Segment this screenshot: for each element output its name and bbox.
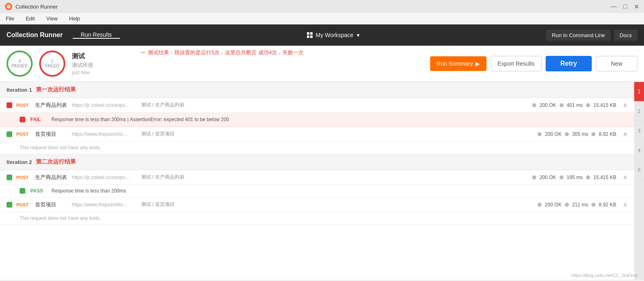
response-time: 305 ms	[572, 131, 588, 137]
method-badge: POST	[16, 132, 31, 137]
sidebar-num-4[interactable]: 4	[634, 141, 644, 160]
watermark: https://blog.csdn.net/CC_GoFinal	[571, 273, 637, 278]
status-dot	[7, 131, 12, 137]
response-size: 8.92 KB	[599, 202, 616, 208]
app-icon	[5, 3, 12, 10]
header-actions: Run In Command Line Docs	[546, 30, 637, 41]
request-meta: 200 OK 211 ms 8.92 KB ∧	[537, 201, 628, 208]
annotation-text: → 测试结果：我设置的是运行5次，这里总共断言 成功4次，失败一次	[139, 48, 304, 57]
failed-count: 1	[51, 59, 53, 64]
test-name: 测试	[72, 52, 93, 61]
test-env: 测试环境	[72, 62, 93, 69]
pass-label: PASS	[30, 188, 47, 194]
iteration-header-2: Iteration 2 第二次运行结果	[0, 154, 634, 170]
fail-text: Response time is less than 200ms | Asser…	[51, 117, 229, 122]
content-area: Iteration 1 第一次运行结果 POST 生产商品列表 https://…	[0, 82, 644, 280]
run-summary-label: Run Summary	[437, 60, 473, 67]
menu-help[interactable]: Help	[67, 15, 82, 22]
status-code-dot	[532, 103, 536, 107]
request-name: 首页项目	[35, 201, 68, 208]
status-code-dot	[537, 203, 542, 207]
maximize-button[interactable]: □	[623, 3, 627, 11]
status-code: 200 OK	[540, 102, 556, 108]
fail-detail-row: FAIL Response time is less than 200ms | …	[0, 113, 634, 127]
no-test-row: This request does not have any tests.	[0, 212, 634, 225]
sidebar-num-5[interactable]: 5	[634, 160, 644, 180]
sidebar-num-3[interactable]: 3	[634, 121, 644, 141]
request-row[interactable]: POST 生产商品列表 https://jc.zsteel.cc/cenpu..…	[0, 98, 634, 113]
iteration-label: Iteration 2	[7, 159, 32, 165]
size-dot	[586, 103, 590, 107]
results-list: Iteration 1 第一次运行结果 POST 生产商品列表 https://…	[0, 82, 634, 280]
header: Collection Runner Run Results My Workspa…	[0, 24, 644, 46]
workspace-chevron-icon: ▾	[357, 32, 360, 38]
fail-label: FAIL	[30, 117, 47, 122]
close-button[interactable]: ✕	[634, 3, 639, 11]
size-dot	[591, 132, 595, 136]
iteration-title: 第一次运行结果	[36, 86, 76, 93]
method-badge: POST	[16, 202, 31, 207]
request-name: 生产商品列表	[35, 102, 68, 109]
status-code: 200 OK	[545, 131, 562, 137]
response-time: 195 ms	[567, 175, 583, 180]
request-row[interactable]: POST 首页项目 https://www.thepoemfor... 测试 /…	[0, 197, 634, 212]
expand-icon: ∧	[623, 130, 628, 138]
time-dot	[560, 175, 564, 179]
pass-detail-row: PASS Response time is less than 200ms	[0, 185, 634, 197]
request-url: https://www.thepoemfor...	[72, 202, 137, 208]
pass-badge	[20, 188, 25, 194]
size-dot	[591, 203, 595, 207]
header-brand: Collection Runner	[7, 31, 73, 39]
arrow-icon: →	[139, 48, 146, 57]
request-meta: 200 OK 401 ms 15.415 KB ∧	[532, 101, 628, 109]
summary-bar: 4 PASSED 1 FAILED 测试 测试环境 just now → 测试结…	[0, 46, 644, 82]
title-bar-left: Collection Runner	[5, 3, 58, 10]
menu-file[interactable]: File	[3, 15, 17, 22]
passed-label: PASSED	[11, 64, 28, 68]
run-in-command-line-button[interactable]: Run In Command Line	[546, 30, 611, 41]
status-code-dot	[537, 132, 542, 136]
status-dot	[7, 202, 12, 208]
test-info: 测试 测试环境 just now	[72, 52, 93, 75]
iteration-label: Iteration 1	[7, 87, 32, 93]
menu-view[interactable]: View	[44, 15, 60, 22]
status-dot	[7, 175, 12, 180]
workspace-selector[interactable]: My Workspace ▾	[307, 32, 360, 38]
docs-button[interactable]: Docs	[614, 30, 637, 41]
sidebar-num-1[interactable]: 1	[634, 82, 644, 102]
status-code: 200 OK	[545, 202, 562, 208]
failed-label: FAILED	[45, 64, 59, 68]
no-test-row: This request does not have any tests.	[0, 142, 634, 154]
title-bar: Collection Runner — □ ✕	[0, 0, 644, 13]
retry-button[interactable]: Retry	[546, 56, 592, 71]
request-url: https://jc.zsteel.cc/cenpu...	[72, 175, 137, 180]
expand-icon: ∧	[623, 173, 628, 181]
run-summary-button[interactable]: Run Summary ▶	[430, 56, 486, 71]
new-button[interactable]: New	[596, 56, 637, 71]
iteration-header-1: Iteration 1 第一次运行结果	[0, 82, 634, 98]
request-row[interactable]: POST 首页项目 https://www.thepoemfor... 测试 /…	[0, 127, 634, 142]
expand-icon: ∧	[623, 201, 628, 208]
time-dot	[565, 203, 569, 207]
request-test-path: 测试 / 生产商品列表	[141, 102, 528, 108]
workspace-name: My Workspace	[316, 32, 353, 38]
menu-edit[interactable]: Edit	[23, 15, 37, 22]
run-summary-arrow-icon: ▶	[475, 60, 480, 67]
failed-circle: 1 FAILED	[39, 51, 65, 77]
window-controls: — □ ✕	[610, 3, 639, 11]
status-dot	[7, 102, 12, 108]
header-tab-run-results[interactable]: Run Results	[73, 31, 120, 39]
annotation-content: 测试结果：我设置的是运行5次，这里总共断言 成功4次，失败一次	[148, 49, 304, 56]
minimize-button[interactable]: —	[610, 3, 617, 11]
iteration-title: 第二次运行结果	[36, 158, 76, 166]
request-test-path: 测试 / 生产商品列表	[141, 174, 528, 181]
status-code-dot	[532, 175, 536, 179]
method-badge: POST	[16, 175, 31, 180]
workspace-grid-icon	[307, 32, 313, 38]
request-row[interactable]: POST 生产商品列表 https://jc.zsteel.cc/cenpu..…	[0, 170, 634, 185]
summary-actions: Run Summary ▶ Export Results Retry New	[430, 56, 637, 71]
sidebar-num-2[interactable]: 2	[634, 102, 644, 121]
time-dot	[565, 132, 569, 136]
response-size: 8.92 KB	[599, 131, 616, 137]
export-results-button[interactable]: Export Results	[491, 56, 542, 71]
